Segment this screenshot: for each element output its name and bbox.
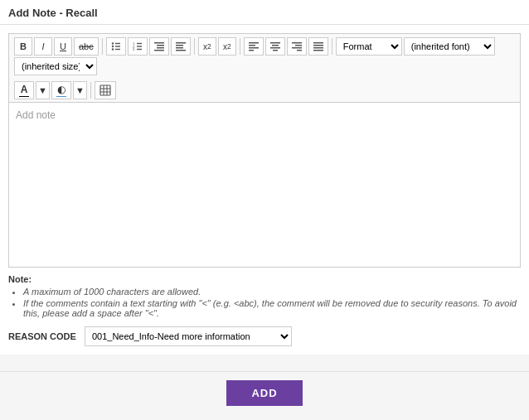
font-color-indicator <box>19 96 29 97</box>
svg-rect-31 <box>297 50 302 51</box>
italic-button[interactable]: I <box>34 37 52 56</box>
page-title: Add Note - Recall <box>0 0 529 25</box>
svg-point-4 <box>112 48 114 50</box>
svg-rect-14 <box>157 47 164 49</box>
svg-rect-30 <box>292 47 302 49</box>
svg-rect-23 <box>249 50 254 51</box>
bg-color-button[interactable]: ◐ <box>51 81 71 99</box>
font-color-chevron[interactable]: ▼ <box>36 81 50 99</box>
toolbar-separator-2 <box>194 38 195 55</box>
svg-rect-35 <box>313 50 323 51</box>
size-select[interactable]: (inherited size) <box>14 57 97 75</box>
svg-point-0 <box>112 42 114 44</box>
font-color-button[interactable]: A <box>14 81 34 99</box>
svg-rect-24 <box>270 42 280 44</box>
svg-rect-32 <box>313 42 323 44</box>
bg-color-chevron[interactable]: ▼ <box>73 81 87 99</box>
svg-rect-9 <box>137 46 142 46</box>
svg-rect-34 <box>313 47 323 49</box>
reason-code-label: REASON CODE <box>8 331 76 341</box>
svg-rect-1 <box>115 43 120 44</box>
svg-rect-12 <box>154 42 164 44</box>
svg-rect-17 <box>176 45 183 46</box>
svg-rect-19 <box>176 50 186 51</box>
bold-button[interactable]: B <box>14 37 32 56</box>
note-item-0: A maximum of 1000 characters are allowed… <box>23 287 521 297</box>
subscript-button[interactable]: x2 <box>198 37 216 56</box>
ordered-list-button[interactable]: 1.2.3. <box>128 37 148 56</box>
reason-code-row: REASON CODE 001_Need_Info-Need more info… <box>8 326 521 346</box>
align-center-button[interactable] <box>265 37 285 56</box>
svg-rect-16 <box>176 42 186 44</box>
svg-rect-36 <box>100 85 110 95</box>
svg-point-2 <box>112 46 114 47</box>
svg-rect-5 <box>115 49 120 50</box>
svg-rect-18 <box>176 47 183 49</box>
toolbar-separator-5 <box>90 82 91 99</box>
svg-rect-25 <box>272 45 279 46</box>
toolbar-separator-3 <box>240 38 240 55</box>
unordered-list-button[interactable] <box>106 37 126 56</box>
table-button[interactable] <box>95 81 116 99</box>
underline-button[interactable]: U <box>54 37 72 56</box>
svg-rect-26 <box>270 47 280 49</box>
editor-placeholder: Add note <box>16 109 56 121</box>
note-editor[interactable]: Add note <box>8 102 521 268</box>
toolbar-separator <box>102 38 103 55</box>
outdent-button[interactable] <box>171 37 191 56</box>
align-left-button[interactable] <box>244 37 264 56</box>
bg-color-indicator <box>56 96 66 97</box>
format-select[interactable]: Format <box>336 37 402 56</box>
svg-rect-29 <box>295 45 302 46</box>
note-section: Note: A maximum of 1000 characters are a… <box>8 274 521 318</box>
svg-rect-21 <box>249 45 255 46</box>
svg-rect-20 <box>249 42 259 44</box>
svg-rect-15 <box>154 50 164 51</box>
align-right-button[interactable] <box>287 37 307 56</box>
add-button[interactable]: ADD <box>226 380 302 406</box>
strikethrough-button[interactable]: abc <box>74 37 99 56</box>
svg-rect-28 <box>292 42 302 44</box>
svg-rect-22 <box>249 47 259 49</box>
svg-rect-7 <box>137 43 142 44</box>
note-label: Note: <box>8 274 521 284</box>
svg-rect-13 <box>157 45 164 46</box>
note-item-1: If the comments contain a text starting … <box>23 298 521 318</box>
reason-code-select[interactable]: 001_Need_Info-Need more information <box>85 326 292 346</box>
toolbar-separator-4 <box>332 38 332 55</box>
superscript-button[interactable]: x2 <box>218 37 236 56</box>
svg-rect-3 <box>115 46 120 46</box>
font-select[interactable]: (inherited font) <box>404 37 495 56</box>
svg-rect-33 <box>313 45 323 46</box>
svg-rect-27 <box>273 50 278 51</box>
footer: ADD <box>0 371 529 414</box>
svg-rect-11 <box>137 49 142 50</box>
indent-button[interactable] <box>149 37 169 56</box>
svg-text:3.: 3. <box>133 47 135 51</box>
align-justify-button[interactable] <box>308 37 328 56</box>
note-list: A maximum of 1000 characters are allowed… <box>8 287 521 318</box>
